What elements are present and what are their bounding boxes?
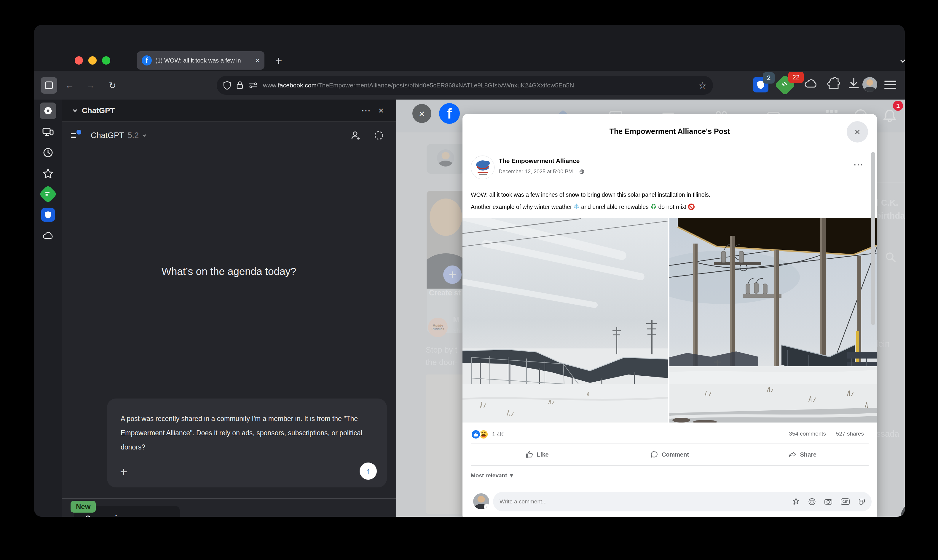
post-more-icon[interactable]: ⋯ [853, 158, 864, 170]
page-avatar[interactable] [471, 155, 494, 179]
comment-user-avatar[interactable] [473, 493, 489, 509]
forward-button[interactable]: → [82, 77, 99, 94]
no-entry-emoji [688, 203, 695, 210]
panel-close-icon[interactable]: × [378, 106, 389, 115]
browser-profile-avatar[interactable] [863, 77, 877, 92]
post-text-line2a: Another example of why winter weather [471, 203, 574, 210]
model-chevron-icon[interactable] [142, 133, 146, 137]
post-text-line2c: do not mix! [657, 203, 688, 210]
snowflake-emoji: ❄ [574, 202, 579, 210]
comment-input[interactable] [499, 498, 792, 505]
compose-fab[interactable] [901, 503, 905, 517]
bg-post-time: 3h [453, 327, 460, 335]
comments-count[interactable]: 354 comments [789, 431, 826, 437]
conversation-sidebar-icon[interactable] [71, 131, 81, 140]
model-version[interactable]: 5.2 [128, 131, 139, 140]
bookmarks-star-icon[interactable] [40, 165, 56, 182]
menu-hamburger-icon[interactable] [884, 79, 897, 90]
chatgpt-panel-header: ChatGPT ⋯ × [62, 100, 396, 122]
sidebar-toggle-button[interactable] [41, 77, 57, 94]
bookmark-star-icon[interactable]: ☆ [698, 80, 707, 91]
sort-caret-icon: ▾ [510, 472, 513, 479]
public-globe-icon [579, 169, 584, 174]
chatgpt-rail-icon[interactable] [40, 103, 56, 119]
post-photo-left[interactable] [462, 218, 668, 423]
cloud-icon[interactable] [803, 77, 818, 90]
extensions-puzzle-icon[interactable] [826, 77, 840, 90]
history-clock-icon[interactable] [40, 144, 56, 161]
post-timestamp[interactable]: December 12, 2025 at 5:00 PM [499, 169, 573, 175]
modal-scrollbar[interactable] [871, 152, 875, 325]
tracking-shield-icon[interactable] [223, 81, 231, 90]
devices-icon[interactable] [40, 124, 56, 140]
lock-icon[interactable] [236, 81, 243, 90]
panel-more-icon[interactable]: ⋯ [353, 105, 378, 116]
recycle-emoji: ♻ [650, 202, 657, 210]
create-story-plus-icon[interactable]: + [443, 266, 462, 284]
temporary-chat-icon[interactable] [374, 130, 384, 141]
gif-icon[interactable]: GIF [841, 498, 850, 505]
avatar-sticker-icon[interactable] [792, 498, 800, 506]
traffic-light-close[interactable] [75, 56, 83, 65]
share-button-label: Share [800, 451, 817, 458]
photo-viewer-close-button[interactable]: × [412, 104, 431, 123]
share-button[interactable]: Share [736, 443, 869, 466]
comment-button[interactable]: Comment [603, 443, 736, 466]
post-meta: December 12, 2025 at 5:00 PM · [499, 169, 584, 175]
bg-contacts-search-icon[interactable] [885, 251, 896, 263]
tab-search-chevron-icon[interactable] [894, 54, 905, 68]
reaction-count[interactable]: 1.4K [492, 431, 504, 438]
downloads-icon[interactable] [847, 77, 861, 90]
bg-contact-name-1: lein [876, 339, 890, 349]
bg-right-text-2: birthdays [876, 211, 905, 221]
send-button[interactable]: ↑ [360, 463, 377, 480]
emoji-icon[interactable] [808, 498, 816, 506]
panel-title: ChatGPT [82, 106, 115, 115]
modal-close-button[interactable]: × [847, 121, 868, 143]
post-photo-right[interactable] [669, 218, 877, 423]
panel-collapse-chevron-icon[interactable] [73, 108, 77, 112]
bg-feed-photo [426, 374, 465, 514]
composer-text[interactable]: A post was recently shared in a communit… [121, 412, 382, 454]
cloud-rail-icon[interactable] [40, 227, 56, 244]
bitwarden-rail-icon[interactable] [40, 206, 56, 223]
post-text: WOW: all it took was a few inches of sno… [471, 189, 868, 213]
sticker-icon[interactable] [858, 498, 866, 506]
browser-tab[interactable]: f (1) WOW: all it took was a few in × [137, 51, 265, 70]
bg-contact-name-2: ssada [876, 429, 899, 439]
shares-count[interactable]: 527 shares [836, 431, 864, 437]
model-row: ChatGPT 5.2 [62, 122, 396, 149]
bg-author-initial: M [453, 315, 460, 325]
left-icon-rail: ⚙ [34, 100, 62, 517]
green-extension-badge: 22 [788, 72, 804, 83]
tab-close-icon[interactable]: × [256, 56, 260, 65]
facebook-logo[interactable]: f [439, 103, 460, 124]
url-text[interactable]: www.facebook.com/TheEmpowermentAlliance/… [263, 82, 696, 89]
site-settings-icon[interactable] [249, 82, 258, 89]
model-name[interactable]: ChatGPT [91, 131, 124, 140]
comment-sort-dropdown[interactable]: Most relevant ▾ [471, 472, 513, 479]
story-card-small[interactable] [427, 144, 465, 174]
camera-icon[interactable] [824, 498, 832, 506]
url-bar[interactable]: www.facebook.com/TheEmpowermentAlliance/… [217, 76, 713, 95]
attach-plus-icon[interactable]: + [120, 465, 128, 479]
engagement-counts: 354 comments 527 shares [789, 431, 864, 437]
back-button[interactable]: ← [62, 77, 78, 94]
reload-button[interactable]: ↻ [104, 77, 121, 94]
page-name[interactable]: The Empowerment Alliance [499, 157, 579, 165]
post-text-line1: WOW: all it took was a few inches of sno… [471, 191, 710, 198]
post-text-line2b: and unreliable renewables [579, 203, 650, 210]
new-tab-button[interactable]: + [271, 53, 286, 68]
comment-input-pill[interactable]: GIF [493, 492, 872, 511]
add-person-icon[interactable] [350, 130, 361, 141]
feedly-extension-icon[interactable] [40, 186, 56, 202]
muddy-puddles-avatar[interactable]: Muddy Puddles [428, 318, 448, 337]
post-modal: The Empowerment Alliance's Post × The Em… [462, 114, 877, 517]
traffic-light-zoom[interactable] [102, 56, 110, 65]
bg-post-line2: the door- [426, 358, 458, 367]
reaction-summary[interactable]: 1.4K [471, 429, 504, 439]
like-button[interactable]: Like [471, 443, 603, 466]
create-story-card[interactable]: + Create st [427, 191, 465, 333]
traffic-light-minimize[interactable] [88, 56, 97, 65]
chatgpt-composer[interactable]: A post was recently shared in a communit… [107, 398, 387, 488]
